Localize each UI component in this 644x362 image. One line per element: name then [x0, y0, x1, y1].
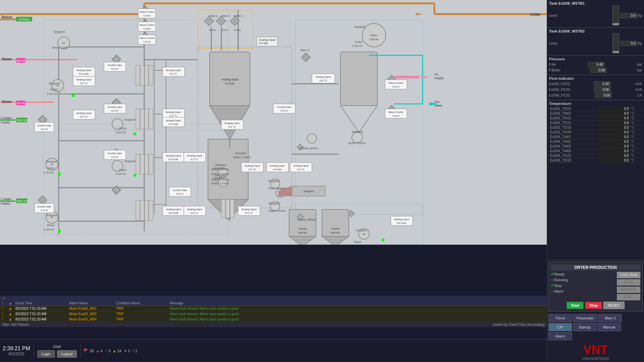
- question-icon: ?: [132, 349, 134, 353]
- svg-text:Closed: Closed: [143, 14, 151, 17]
- p-air-value: 6.48: [588, 62, 604, 67]
- startup-button[interactable]: Startup: [573, 323, 596, 331]
- up-value: 24: [117, 349, 121, 353]
- alarm-section: ⚠ ! ▲ Event Time Alarm Name Condition Na…: [0, 296, 547, 339]
- temperature-title: Temperature: [549, 102, 642, 106]
- up-arrow-icon: ▲: [113, 349, 116, 353]
- svg-text:Steam: Steam: [2, 100, 12, 104]
- vnt-sub: VINA NHATRANG: [548, 357, 643, 361]
- svg-text:Stopped: Stopped: [304, 190, 314, 193]
- svg-text:Analog Input: Analog Input: [166, 119, 181, 122]
- svg-text:0.0  °C: 0.0 °C: [297, 168, 305, 171]
- svg-rect-107: [136, 109, 140, 129]
- svg-rect-78: [216, 16, 226, 26]
- svg-point-60: [307, 134, 317, 143]
- temp-unit-8: °C: [630, 144, 642, 149]
- cip-button[interactable]: CIP: [548, 323, 572, 331]
- parameter-button[interactable]: Parameter: [573, 314, 597, 322]
- alarm-condition: TRIP: [116, 307, 170, 310]
- svg-text:0.0 %: 0.0 %: [176, 192, 183, 195]
- alarm-scroll[interactable]: ! ▲ 8/2/2023 7:51:33 AM Motor Eva02_M01 …: [0, 306, 547, 322]
- tank1-level-value: 0.0: [621, 13, 637, 18]
- alarm-time: 8/2/2023 7:51:33 AM: [15, 317, 69, 321]
- svg-text:Analog Input: Analog Input: [394, 218, 410, 221]
- down-count: ▼ 0: [123, 349, 130, 353]
- svg-rect-80: [302, 53, 310, 61]
- svg-text:0.0  °C: 0.0 °C: [249, 168, 256, 171]
- flag-icon: 🚩: [84, 349, 89, 353]
- svg-text:Stopped: Stopped: [268, 202, 280, 205]
- svg-text:0.0  °C: 0.0 °C: [170, 114, 177, 117]
- svg-text:Supply: Supply: [1, 202, 10, 205]
- alarm-time: 8/2/2023 7:51:33 AM: [15, 307, 69, 310]
- stop-row: ✔ Stop: [551, 283, 574, 288]
- alarm-nav-button[interactable]: Alarm: [548, 332, 572, 340]
- question-count: ? 2: [132, 349, 137, 353]
- svg-text:Motor: Motor: [355, 40, 363, 44]
- cool-run-button[interactable]: COOL RUN: [617, 272, 640, 278]
- temp-label-8: ExD04_TIA03: [549, 144, 598, 149]
- logout-button[interactable]: Logout: [57, 350, 77, 358]
- manual-button[interactable]: Manual: [597, 323, 621, 331]
- svg-text:Supply: Supply: [434, 76, 444, 80]
- svg-rect-115: [136, 200, 140, 221]
- alarm-condition: TRIP: [116, 312, 170, 316]
- alarm-message: Alarm fault cleared: Alarm input quality…: [170, 307, 545, 310]
- stop-button[interactable]: Stop: [585, 302, 602, 309]
- down-value: 0: [128, 349, 130, 353]
- up-count: ▲ 24: [113, 349, 121, 353]
- svg-text:Motor: Motor: [371, 34, 378, 37]
- username: User: [37, 344, 77, 349]
- svg-text:Motor: Motor: [119, 168, 127, 172]
- current-time: 2:39:21 PM: [3, 346, 30, 352]
- reset-button[interactable]: RESET: [603, 302, 625, 309]
- alarm-label: Alarm: [554, 289, 574, 293]
- alarm-row: ○ Alarm: [551, 289, 574, 294]
- temperature-row: ExD04_TIA01 0.0 °C: [549, 135, 642, 139]
- svg-text:Analog Input: Analog Input: [166, 208, 181, 211]
- trend-button[interactable]: Trend: [548, 314, 572, 322]
- svg-rect-77: [204, 16, 214, 26]
- p-boiler-label: P.Boiler: [549, 68, 560, 72]
- alarm-header: ⚠: [0, 296, 547, 301]
- login-button[interactable]: Login: [37, 350, 55, 358]
- tank2-level-unit: Kg: [638, 42, 642, 45]
- nav-buttons: Trend Parameter Main 2 CIP Startup Manua…: [547, 313, 644, 342]
- start-button[interactable]: Start: [567, 302, 584, 309]
- ready-check-icon: ✔: [551, 272, 554, 277]
- svg-text:Control Valv: Control Valv: [37, 205, 52, 208]
- svg-text:0.0  °C: 0.0 °C: [320, 79, 327, 82]
- svg-text:0.00 Hz: 0.00 Hz: [44, 228, 54, 231]
- flag-count: 🚩 28: [84, 349, 94, 353]
- svg-text:WSTB1: WSTB1: [298, 231, 307, 234]
- svg-text:Motor: Motor: [47, 224, 55, 227]
- dope-button[interactable]: DOPE: [617, 294, 640, 300]
- svg-text:0.0  m3h: 0.0 m3h: [169, 158, 178, 161]
- svg-marker-34: [340, 106, 359, 132]
- svg-text:Analog Input: Analog Input: [245, 164, 260, 167]
- temp-value-4: 0.0: [598, 125, 630, 130]
- svg-text:Motor: Motor: [47, 167, 55, 170]
- svg-text:Ste-44: Ste-44: [16, 59, 25, 62]
- svg-text:Valve Contro: Valve Contro: [139, 37, 155, 40]
- col-icon1: !: [2, 301, 9, 305]
- tank2-level-row: Level 0.0 Kg: [549, 33, 642, 53]
- main2-button[interactable]: Main 2: [598, 314, 622, 322]
- svg-text:0.0  m3h: 0.0 m3h: [169, 212, 178, 215]
- temp-value-10: 0.0: [598, 154, 630, 158]
- alarm-icon1: !: [2, 307, 9, 310]
- svg-text:Closed: Closed: [143, 41, 151, 43]
- svg-text:0.0 %: 0.0 %: [111, 156, 118, 159]
- svg-text:0.0 %: 0.0 %: [111, 109, 118, 112]
- svg-text:Closed: Closed: [209, 29, 216, 31]
- svg-text:Stopped: Stopped: [124, 118, 136, 121]
- svg-text:Analog Input: Analog Input: [187, 208, 203, 211]
- svg-text:Motor Contr: Motor Contr: [52, 46, 68, 49]
- flow-row-1: ExD02_FIC03 0.00 m³/h: [549, 87, 642, 92]
- svg-text:0.00 Hz: 0.00 Hz: [47, 92, 58, 96]
- water-run-button[interactable]: WATERUN: [617, 287, 640, 293]
- flow-section: Flow Indicator ExD02_FIC02 0.00 m³/h ExD…: [547, 75, 644, 100]
- temperature-section: Temperature ExD01_TIC01 0.0 °C ExD02_TIA…: [547, 100, 644, 261]
- svg-text:Stopped: Stopped: [268, 179, 280, 183]
- eat-button[interactable]: EATM: [617, 279, 640, 286]
